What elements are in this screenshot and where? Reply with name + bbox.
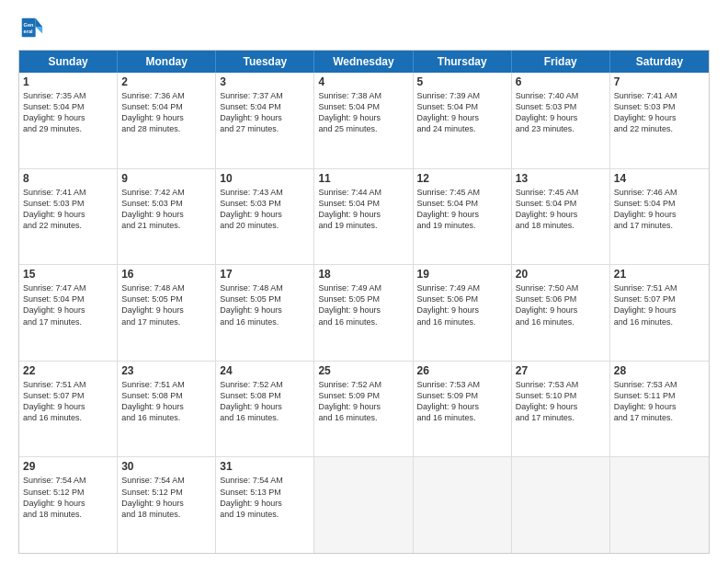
cell-info-line: Sunrise: 7:51 AM bbox=[121, 379, 211, 390]
day-number: 13 bbox=[516, 172, 606, 185]
header-wednesday: Wednesday bbox=[314, 51, 413, 73]
day-number: 25 bbox=[318, 364, 408, 377]
cell-info-line: Sunset: 5:08 PM bbox=[121, 390, 211, 401]
day-number: 22 bbox=[23, 364, 113, 377]
header-tuesday: Tuesday bbox=[216, 51, 314, 73]
cell-info-line: Sunset: 5:03 PM bbox=[516, 101, 606, 112]
calendar-cell-1-5: 5Sunrise: 7:39 AMSunset: 5:04 PMDaylight… bbox=[414, 73, 512, 168]
calendar-cell-3-1: 15Sunrise: 7:47 AMSunset: 5:04 PMDayligh… bbox=[19, 265, 118, 361]
cell-info-line: Sunset: 5:04 PM bbox=[23, 101, 113, 112]
calendar-cell-5-7 bbox=[610, 457, 709, 553]
logo-icon: Gen eral bbox=[18, 15, 44, 40]
logo: Gen eral bbox=[18, 15, 50, 40]
calendar-cell-5-1: 29Sunrise: 7:54 AMSunset: 5:12 PMDayligh… bbox=[19, 457, 118, 553]
cell-info-line: and 17 minutes. bbox=[516, 412, 606, 423]
day-number: 27 bbox=[516, 364, 606, 377]
header-monday: Monday bbox=[118, 51, 216, 73]
cell-info-line: Sunset: 5:03 PM bbox=[220, 198, 310, 209]
cell-info-line: Sunset: 5:06 PM bbox=[417, 293, 507, 304]
cell-info-line: Sunset: 5:03 PM bbox=[121, 198, 211, 209]
calendar-row-5: 29Sunrise: 7:54 AMSunset: 5:12 PMDayligh… bbox=[19, 457, 709, 553]
day-number: 2 bbox=[121, 75, 211, 88]
day-number: 3 bbox=[220, 75, 310, 88]
cell-info-line: Sunset: 5:04 PM bbox=[23, 293, 113, 304]
calendar-cell-2-2: 9Sunrise: 7:42 AMSunset: 5:03 PMDaylight… bbox=[118, 169, 216, 265]
calendar-cell-3-2: 16Sunrise: 7:48 AMSunset: 5:05 PMDayligh… bbox=[118, 265, 216, 361]
cell-info-line: Daylight: 9 hours bbox=[23, 498, 113, 509]
cell-info-line: Daylight: 9 hours bbox=[121, 209, 211, 220]
day-number: 28 bbox=[614, 364, 705, 377]
cell-info-line: Sunset: 5:05 PM bbox=[318, 293, 408, 304]
calendar-cell-2-1: 8Sunrise: 7:41 AMSunset: 5:03 PMDaylight… bbox=[19, 169, 118, 265]
calendar-cell-1-2: 2Sunrise: 7:36 AMSunset: 5:04 PMDaylight… bbox=[118, 73, 216, 168]
cell-info-line: Sunrise: 7:49 AM bbox=[417, 282, 507, 293]
calendar-cell-4-2: 23Sunrise: 7:51 AMSunset: 5:08 PMDayligh… bbox=[118, 362, 216, 457]
cell-info-line: and 19 minutes. bbox=[318, 220, 408, 231]
calendar-cell-2-5: 12Sunrise: 7:45 AMSunset: 5:04 PMDayligh… bbox=[414, 169, 512, 265]
day-number: 17 bbox=[220, 268, 310, 281]
cell-info-line: Daylight: 9 hours bbox=[516, 209, 606, 220]
day-number: 14 bbox=[614, 172, 705, 185]
cell-info-line: Daylight: 9 hours bbox=[23, 401, 113, 412]
cell-info-line: Daylight: 9 hours bbox=[614, 209, 705, 220]
cell-info-line: Daylight: 9 hours bbox=[614, 304, 705, 316]
cell-info-line: Daylight: 9 hours bbox=[318, 112, 408, 123]
cell-info-line: Daylight: 9 hours bbox=[417, 209, 507, 220]
cell-info-line: and 22 minutes. bbox=[614, 123, 705, 134]
calendar-row-2: 8Sunrise: 7:41 AMSunset: 5:03 PMDaylight… bbox=[19, 169, 709, 266]
day-number: 19 bbox=[417, 268, 507, 281]
svg-marker-1 bbox=[36, 27, 42, 33]
cell-info-line: Sunrise: 7:53 AM bbox=[516, 379, 606, 390]
cell-info-line: and 23 minutes. bbox=[516, 123, 606, 134]
calendar-row-3: 15Sunrise: 7:47 AMSunset: 5:04 PMDayligh… bbox=[19, 265, 709, 362]
cell-info-line: Sunset: 5:04 PM bbox=[417, 101, 507, 112]
cell-info-line: Sunrise: 7:54 AM bbox=[121, 475, 211, 486]
cell-info-line: Sunset: 5:05 PM bbox=[220, 293, 310, 304]
cell-info-line: and 19 minutes. bbox=[220, 509, 310, 520]
calendar-cell-4-1: 22Sunrise: 7:51 AMSunset: 5:07 PMDayligh… bbox=[19, 362, 118, 457]
cell-info-line: Sunset: 5:04 PM bbox=[318, 198, 408, 209]
cell-info-line: Sunset: 5:09 PM bbox=[318, 390, 408, 401]
calendar-cell-5-6 bbox=[512, 457, 610, 553]
day-number: 30 bbox=[121, 460, 211, 473]
calendar-cell-4-4: 25Sunrise: 7:52 AMSunset: 5:09 PMDayligh… bbox=[314, 362, 413, 457]
cell-info-line: Sunset: 5:06 PM bbox=[516, 293, 606, 304]
cell-info-line: and 16 minutes. bbox=[318, 412, 408, 423]
cell-info-line: Sunrise: 7:51 AM bbox=[614, 282, 705, 293]
cell-info-line: Sunset: 5:10 PM bbox=[516, 390, 606, 401]
cell-info-line: Sunrise: 7:45 AM bbox=[516, 187, 606, 198]
header-thursday: Thursday bbox=[414, 51, 512, 73]
cell-info-line: Sunset: 5:11 PM bbox=[614, 390, 705, 401]
cell-info-line: Daylight: 9 hours bbox=[121, 304, 211, 316]
cell-info-line: Daylight: 9 hours bbox=[614, 401, 705, 412]
cell-info-line: Daylight: 9 hours bbox=[417, 304, 507, 316]
cell-info-line: Sunset: 5:04 PM bbox=[614, 198, 705, 209]
cell-info-line: and 16 minutes. bbox=[318, 316, 408, 327]
cell-info-line: and 17 minutes. bbox=[23, 316, 113, 327]
header-sunday: Sunday bbox=[19, 51, 118, 73]
cell-info-line: Sunrise: 7:43 AM bbox=[220, 187, 310, 198]
calendar-cell-1-7: 7Sunrise: 7:41 AMSunset: 5:03 PMDaylight… bbox=[610, 73, 709, 168]
cell-info-line: and 25 minutes. bbox=[318, 123, 408, 134]
cell-info-line: Sunrise: 7:41 AM bbox=[23, 187, 113, 198]
cell-info-line: Daylight: 9 hours bbox=[516, 304, 606, 316]
day-number: 31 bbox=[220, 460, 310, 473]
cell-info-line: and 16 minutes. bbox=[23, 412, 113, 423]
cell-info-line: Daylight: 9 hours bbox=[121, 401, 211, 412]
calendar-cell-4-6: 27Sunrise: 7:53 AMSunset: 5:10 PMDayligh… bbox=[512, 362, 610, 457]
calendar-cell-1-4: 4Sunrise: 7:38 AMSunset: 5:04 PMDaylight… bbox=[314, 73, 413, 168]
day-number: 11 bbox=[318, 172, 408, 185]
cell-info-line: Daylight: 9 hours bbox=[318, 304, 408, 316]
day-number: 23 bbox=[121, 364, 211, 377]
cell-info-line: Daylight: 9 hours bbox=[318, 401, 408, 412]
cell-info-line: Sunrise: 7:48 AM bbox=[121, 282, 211, 293]
calendar-cell-4-7: 28Sunrise: 7:53 AMSunset: 5:11 PMDayligh… bbox=[610, 362, 709, 457]
calendar-cell-3-7: 21Sunrise: 7:51 AMSunset: 5:07 PMDayligh… bbox=[610, 265, 709, 361]
cell-info-line: and 16 minutes. bbox=[614, 316, 705, 327]
cell-info-line: Sunrise: 7:50 AM bbox=[516, 282, 606, 293]
cell-info-line: Daylight: 9 hours bbox=[23, 209, 113, 220]
cell-info-line: and 18 minutes. bbox=[23, 509, 113, 520]
calendar-body: 1Sunrise: 7:35 AMSunset: 5:04 PMDaylight… bbox=[19, 73, 709, 553]
calendar-cell-3-6: 20Sunrise: 7:50 AMSunset: 5:06 PMDayligh… bbox=[512, 265, 610, 361]
cell-info-line: and 16 minutes. bbox=[417, 316, 507, 327]
